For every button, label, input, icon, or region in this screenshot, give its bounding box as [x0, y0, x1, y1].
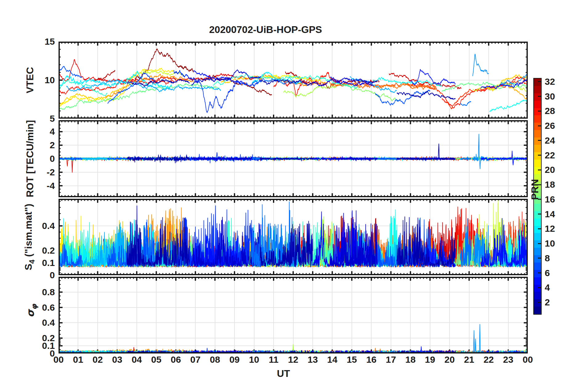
colorbar-tick-mark — [538, 302, 542, 303]
y-tick-label: 0.4 — [33, 221, 55, 231]
colorbar-tick-label: 24 — [545, 135, 569, 146]
colorbar-segment-prn-8 — [534, 255, 541, 263]
colorbar-segment-prn-30 — [534, 93, 541, 101]
colorbar-segment-prn-2 — [534, 299, 541, 307]
colorbar-segment-prn-9 — [534, 248, 541, 255]
x-axis-label: UT — [265, 368, 302, 379]
y-tick-label: 0.2 — [33, 333, 55, 343]
colorbar-tick-label: 32 — [545, 76, 569, 87]
colorbar-tick-mark — [538, 258, 542, 259]
y-tick-label: 4 — [33, 126, 55, 137]
colorbar-tick-label: 30 — [545, 91, 569, 102]
colorbar-tick-label: 12 — [545, 223, 569, 234]
colorbar-tick-label: 18 — [545, 179, 569, 190]
colorbar-label: PRN — [529, 159, 541, 220]
colorbar-segment-prn-31 — [534, 86, 541, 93]
colorbar-tick-mark — [538, 81, 542, 82]
colorbar-segment-prn-7 — [534, 263, 541, 270]
colorbar-segment-prn-26 — [534, 123, 541, 130]
colorbar-tick-mark — [538, 228, 542, 229]
y-tick-label: 0 — [33, 270, 55, 280]
colorbar-tick-mark — [538, 155, 542, 156]
colorbar-segment-prn-28 — [534, 108, 541, 116]
colorbar-segment-prn-6 — [534, 270, 541, 277]
colorbar-segment-prn-4 — [534, 285, 541, 292]
rot-panel-plot — [59, 120, 528, 197]
colorbar-tick-mark — [538, 111, 542, 112]
colorbar-segment-prn-10 — [534, 240, 541, 248]
colorbar-tick-label: 14 — [545, 209, 569, 219]
colorbar-tick-mark — [538, 140, 542, 141]
colorbar-tick-label: 20 — [545, 165, 569, 175]
colorbar-tick-mark — [538, 125, 542, 126]
colorbar-segment-prn-27 — [534, 115, 541, 123]
colorbar-segment-prn-3 — [534, 292, 541, 299]
y-tick-label: -2 — [33, 167, 55, 178]
vtec-panel-plot — [59, 42, 528, 119]
colorbar-tick-label: 28 — [545, 106, 569, 116]
colorbar-tick-mark — [538, 96, 542, 97]
chart-title: 20200702-UiB-HOP-GPS — [142, 24, 389, 35]
colorbar-tick-label: 2 — [545, 297, 569, 308]
y-tick-label: 0.4 — [33, 317, 55, 328]
colorbar-segment-prn-32 — [534, 79, 541, 86]
colorbar-segment-prn-5 — [534, 277, 541, 285]
colorbar-segment-prn-1 — [534, 307, 541, 314]
y-tick-label: 0.8 — [33, 287, 55, 297]
colorbar-tick-mark — [538, 243, 542, 244]
colorbar-tick-label: 4 — [545, 282, 569, 293]
colorbar-tick-label: 26 — [545, 120, 569, 131]
colorbar-tick-label: 8 — [545, 253, 569, 263]
colorbar-tick-mark — [538, 272, 542, 273]
colorbar-segment-prn-11 — [534, 233, 541, 240]
s4-panel-plot — [59, 199, 528, 275]
colorbar-tick-label: 10 — [545, 238, 569, 249]
colorbar-segment-prn-25 — [534, 130, 541, 137]
colorbar-segment-prn-23 — [534, 145, 541, 152]
colorbar-segment-prn-12 — [534, 226, 541, 233]
colorbar-segment-prn-29 — [534, 101, 541, 108]
y-tick-label: 5 — [33, 113, 55, 124]
y-tick-label: 0.1 — [33, 258, 55, 268]
y-tick-label: 0.2 — [33, 245, 55, 256]
colorbar-tick-label: 16 — [545, 194, 569, 205]
y-tick-label: 0 — [33, 153, 55, 164]
colorbar-tick-label: 6 — [545, 268, 569, 278]
y-tick-label: 15 — [33, 36, 55, 47]
colorbar-segment-prn-24 — [534, 137, 541, 145]
y-tick-label: 2 — [33, 140, 55, 150]
colorbar-tick-label: 22 — [545, 150, 569, 161]
y-tick-label: 0.6 — [33, 302, 55, 313]
colorbar-tick-mark — [538, 287, 542, 288]
y-tick-label: -4 — [33, 181, 55, 191]
y-tick-label: 10 — [33, 75, 55, 85]
x-tick-label: 00 — [515, 354, 541, 365]
sigma-phi-panel-plot — [59, 277, 528, 353]
